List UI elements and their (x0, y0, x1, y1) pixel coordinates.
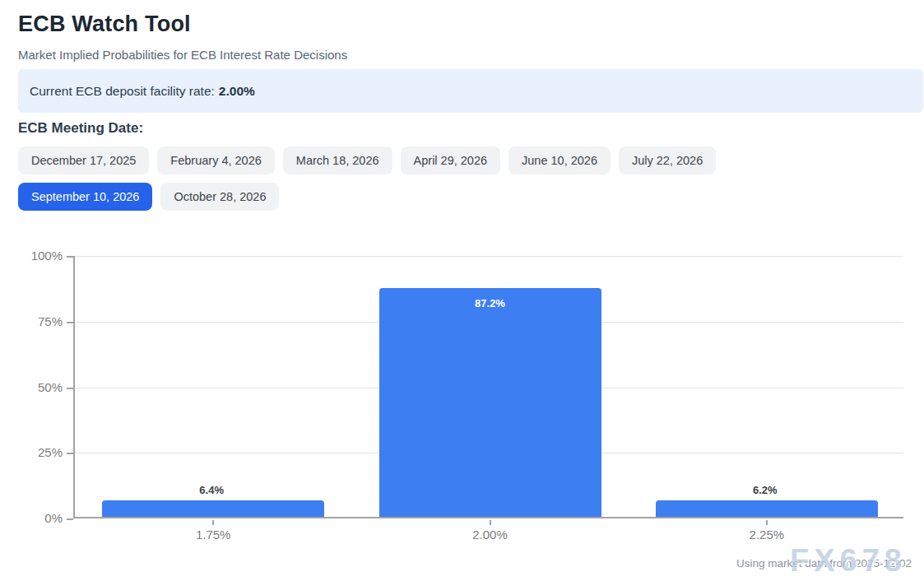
meeting-date-button[interactable]: June 10, 2026 (508, 146, 611, 174)
y-axis-tick-mark (67, 322, 73, 323)
y-axis-tick-label: 75% (18, 314, 63, 328)
page-title: ECB Watch Tool (18, 12, 924, 37)
x-axis-tick-mark (766, 520, 768, 525)
x-axis-tick-label: 2.25% (730, 528, 804, 541)
meeting-date-list: December 17, 2025February 4, 2026March 1… (18, 146, 851, 211)
meeting-date-button[interactable]: September 10, 2026 (18, 183, 152, 211)
y-axis-tick-label: 100% (18, 249, 63, 263)
fx678-watermark: FX678 (790, 543, 907, 579)
bar-value-label: 6.4% (162, 484, 261, 496)
probability-bar: 87.2% (379, 288, 601, 517)
y-axis-tick-mark (67, 256, 73, 258)
meeting-date-button[interactable]: February 4, 2026 (157, 146, 274, 174)
meeting-date-button[interactable]: October 28, 2026 (160, 183, 279, 211)
y-axis-tick-mark (67, 518, 73, 520)
y-axis-tick-mark (67, 388, 73, 389)
meeting-date-button[interactable]: April 29, 2026 (401, 146, 500, 174)
meeting-date-button[interactable]: July 22, 2026 (619, 146, 716, 174)
x-axis-tick-label: 1.75% (176, 528, 250, 541)
bar-value-label: 6.2% (716, 484, 815, 496)
x-axis-tick-label: 2.00% (453, 528, 527, 541)
probability-chart: 87.2% 0%25%50%75%100%6.4%1.75%2.00%6.2%2… (18, 256, 923, 544)
meeting-date-button[interactable]: March 18, 2026 (283, 146, 392, 174)
x-axis-tick-mark (212, 520, 214, 525)
chart-footer: Using market data from 2025-12-02 FX678 (18, 557, 912, 581)
x-axis-tick-mark (490, 520, 491, 525)
current-rate-value: 2.00% (219, 84, 255, 99)
chart-plot-area: 87.2% (73, 256, 903, 518)
probability-bar (102, 500, 324, 517)
y-axis-tick-label: 50% (18, 380, 63, 394)
meeting-date-button[interactable]: December 17, 2025 (18, 146, 149, 174)
y-axis-tick-mark (67, 453, 73, 454)
bar-value-label: 87.2% (379, 297, 601, 309)
probability-bar (656, 500, 878, 517)
meeting-date-heading: ECB Meeting Date: (18, 120, 924, 137)
current-rate-banner: Current ECB deposit facility rate: 2.00% (18, 69, 923, 113)
current-rate-label: Current ECB deposit facility rate: (30, 84, 215, 99)
page-subtitle: Market Implied Probabilities for ECB Int… (18, 48, 924, 62)
y-axis-tick-label: 25% (18, 445, 63, 459)
chart-gridline (75, 256, 903, 257)
y-axis-tick-label: 0% (18, 511, 63, 525)
ecb-watch-tool-page: ECB Watch Tool Market Implied Probabilit… (0, 0, 924, 581)
